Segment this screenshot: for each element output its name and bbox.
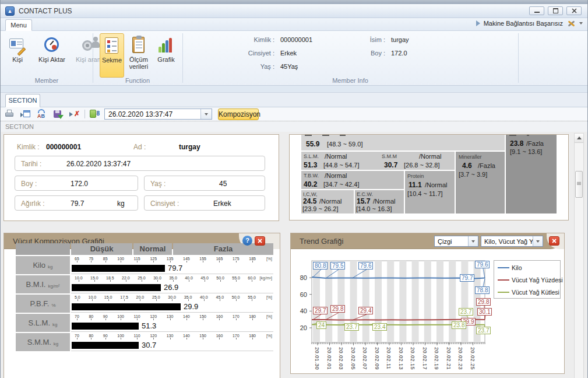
trend-xlabel: 20.02.07	[362, 347, 368, 370]
table-cell-ffm: 55.9 [48.3 ~ 59.0]	[301, 135, 505, 150]
trend-legend: KiloVücut Yağ YüzdesiVücut Yağ Kütlesi	[494, 260, 561, 299]
tab-menu[interactable]: Menu	[5, 19, 32, 31]
trend-series-combo[interactable]: Kilo, Vücut Yağ Y...	[481, 236, 543, 247]
connection-status-text: Makine Bağlantısı Başarısız	[484, 20, 563, 27]
member-info-boy-value: 172.0	[391, 50, 407, 57]
minimize-button[interactable]	[529, 6, 544, 15]
scrollbar-thumb[interactable]	[575, 171, 583, 198]
scrollbar-up-arrow[interactable]	[575, 134, 583, 143]
ribbon-group-member-info: Member Info	[182, 77, 518, 84]
ribbon-button-kisi[interactable]: Kişi	[4, 33, 31, 78]
table-cell-protein: Protein 11.1 /Normal [10.4 ~ 11.7]	[405, 171, 455, 214]
trend-xlabel: 20.02.11	[386, 347, 392, 369]
trend-data-label: 23.8	[452, 321, 466, 329]
form-boy-field[interactable]: Boy : 172.0	[15, 176, 138, 191]
chart-type-value: Çizgi	[435, 236, 468, 246]
trend-data-label: 29.4	[358, 307, 373, 314]
form-agirlik-unit: kg	[117, 200, 125, 208]
legend-item: Vücut Yağ Yüzdesi	[498, 276, 563, 284]
section-tab-row: SECTION	[1, 93, 587, 107]
member-info-boy-label: Boy :	[327, 50, 385, 57]
form-kimlik-value: 000000001	[46, 143, 81, 151]
trend-data-label: 79.6	[358, 262, 373, 270]
ribbon-group-member: Member	[1, 77, 93, 84]
connection-status-icon	[476, 20, 480, 26]
trend-data-label: 29.8	[476, 298, 491, 306]
trend-xlabel: 20.02.23	[457, 347, 463, 370]
vertical-scrollbar[interactable]	[574, 133, 584, 378]
trend-data-label: 78.8	[475, 286, 490, 294]
trend-xlabel: 20.02.05	[350, 347, 356, 370]
ribbon-button-sekme[interactable]: Sekme	[100, 33, 124, 78]
form-agirlik-value: 79.7	[71, 200, 84, 208]
trend-xlabel: 20.02.03	[338, 347, 344, 370]
composition-close-button[interactable]	[255, 236, 265, 246]
content-area: Kimlik : 000000001 Ad : turgay Tarihi : …	[1, 132, 587, 378]
print-icon[interactable]	[4, 109, 15, 119]
trend-series-dropdown-button[interactable]	[533, 236, 543, 246]
rename-refresh-icon[interactable]: AB	[37, 109, 47, 119]
list-panel-icon	[102, 36, 122, 55]
legend-item: Kilo	[498, 264, 522, 271]
form-cinsiyet-field[interactable]: Cinsiyet : Erkek	[144, 195, 265, 211]
machine-data-icon[interactable]: 8	[89, 109, 100, 119]
trend-data-label: 23.7	[459, 308, 473, 316]
form-boy-value: 172.0	[71, 180, 88, 188]
bc-bar	[72, 284, 161, 291]
kompozisyon-button[interactable]: Kompozisyon	[218, 108, 259, 120]
close-button[interactable]	[566, 6, 582, 15]
member-form-panel: Kimlik : 000000001 Ad : turgay Tarihi : …	[3, 134, 279, 221]
ribbon-button-olcum-verileri[interactable]: Ölçüm verileri	[126, 33, 151, 78]
delete-row-icon[interactable]: ✗	[69, 109, 80, 119]
composition-bar-table: DüşükNormalFazla Kilokg 6575851001151251…	[16, 243, 273, 352]
table-cell-slm-smm: S.L.M. /Normal 51.3 [44.8 ~ 54.7] S.M.M …	[301, 152, 455, 170]
help-button[interactable]: ?	[242, 236, 252, 246]
trend-line-chart: 2040608020.01.3020.02.0120.02.0320.02.05…	[291, 249, 564, 373]
measurement-date-combo[interactable]: 26.02.2020 13:37:47	[104, 108, 212, 120]
save-icon[interactable]	[53, 109, 64, 119]
bc-row-pbf: P.B.F.% 5.010.015.017.520.025.030.035.04…	[16, 295, 273, 313]
tools-icon[interactable]	[566, 19, 576, 27]
trend-close-button[interactable]	[549, 236, 559, 246]
gauge-icon	[42, 36, 62, 54]
form-agirlik-field[interactable]: Ağırlık : 79.7 kg	[15, 195, 138, 211]
section-group-label: SECTION	[1, 121, 587, 132]
bc-header-col: Düşük	[71, 243, 132, 255]
form-ad-label: Ad :	[133, 143, 146, 151]
body-composition-table-panel: 55.9 [48.3 ~ 59.0] 23.8 /Fazla [9.1 ~ 13…	[289, 134, 569, 220]
ribbon-button-kisi-aktar[interactable]: Kişi Aktar	[33, 33, 71, 78]
trend-data-label: 30.1	[477, 308, 492, 316]
ribbon-button-grafik[interactable]: Grafik	[153, 33, 179, 78]
form-yas-field[interactable]: Yaş : 45	[144, 176, 265, 191]
tab-section[interactable]: SECTION	[5, 94, 40, 107]
bc-value: 79.7	[168, 264, 182, 272]
bc-header-blank	[16, 243, 70, 255]
chart-type-combo[interactable]: Çizgi	[434, 236, 478, 247]
titlebar[interactable]: ▲ CONTACT PLUS	[1, 4, 587, 18]
bar-chart-icon	[156, 36, 176, 54]
trend-data-label: 24	[316, 321, 326, 329]
trend-data-label: 79.5	[330, 262, 345, 270]
member-info-cinsiyet-label: Cinsiyet :	[205, 50, 274, 57]
form-cinsiyet-value: Erkek	[213, 200, 231, 208]
composition-chart-panel: Vücut Kompozisyon Grafiği ? DüşükNormalF…	[3, 233, 280, 378]
trend-xlabel: 20.02.25	[470, 347, 476, 370]
clipboard-icon	[129, 36, 149, 54]
form-tarihi-field[interactable]: Tarihi : 26.02.2020 13:37:47	[15, 156, 265, 171]
bc-value: 51.3	[142, 321, 156, 330]
date-dropdown-button[interactable]	[200, 109, 212, 119]
member-info-kimlik-label: Kimlik :	[205, 36, 274, 43]
legend-item: Vücut Yağ Kütlesi	[498, 289, 559, 296]
chart-type-dropdown-button[interactable]	[468, 236, 478, 246]
trend-xlabel: 20.02.21	[446, 347, 452, 370]
trend-series-value: Kilo, Vücut Yağ Y...	[481, 236, 533, 246]
tools-dropdown-caret[interactable]	[579, 22, 583, 24]
app-logo-icon: ▲	[5, 6, 15, 16]
bc-bar	[72, 303, 181, 310]
export-grid-icon[interactable]	[20, 109, 31, 119]
ribbon-bottom-strip	[1, 86, 587, 93]
ribbon: Kişi Kişi Aktar Kişi arama Member Sekme …	[1, 31, 587, 86]
trend-data-label: 79.7	[460, 274, 474, 282]
trend-xlabel: 20.02.15	[410, 347, 416, 370]
maximize-button[interactable]	[548, 6, 563, 15]
